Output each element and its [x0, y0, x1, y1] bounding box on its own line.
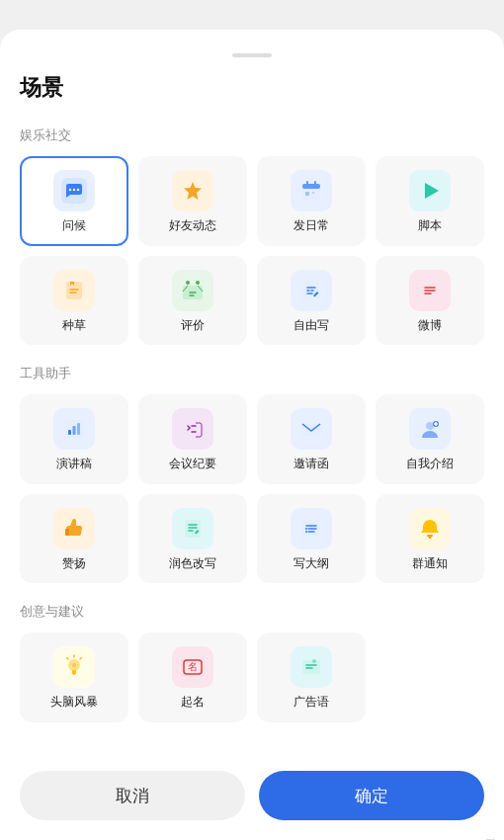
- page-title: 场景: [20, 73, 484, 103]
- svg-text:名: 名: [188, 661, 198, 672]
- icon-daily: [291, 170, 332, 211]
- icon-slogan: [291, 646, 332, 688]
- item-review[interactable]: 评价: [138, 256, 247, 346]
- svg-point-38: [426, 422, 434, 430]
- item-speech-label: 演讲稿: [56, 457, 92, 472]
- item-weibo-label: 微博: [418, 318, 442, 334]
- icon-selfintro: [409, 408, 451, 450]
- svg-rect-34: [184, 421, 198, 437]
- item-daily[interactable]: 发日常: [257, 156, 366, 246]
- grid-creative: 头脑风暴 名 起名: [20, 632, 484, 722]
- confirm-button[interactable]: 确定: [259, 771, 484, 820]
- icon-recommend: [53, 270, 95, 311]
- svg-marker-11: [425, 183, 439, 199]
- section-label-creative: 创意与建议: [20, 603, 484, 621]
- item-praise-label: 赞扬: [62, 556, 86, 572]
- item-naming-label: 起名: [181, 695, 205, 711]
- item-outline-label: 写大纲: [294, 556, 329, 572]
- item-weibo[interactable]: 微博: [376, 256, 484, 346]
- svg-point-2: [73, 189, 75, 191]
- modal-card: 场景 娱乐社交 问候: [0, 30, 504, 840]
- item-rewrite[interactable]: 润色改写: [138, 494, 247, 584]
- drag-indicator: [232, 53, 272, 57]
- section-label-entertainment: 娱乐社交: [20, 126, 484, 144]
- svg-marker-4: [184, 182, 202, 200]
- svg-rect-42: [65, 529, 69, 536]
- svg-point-66: [312, 659, 316, 663]
- icon-review: [172, 270, 213, 311]
- icon-minutes: [172, 408, 213, 450]
- item-script-label: 脚本: [418, 218, 442, 234]
- svg-rect-43: [185, 520, 201, 538]
- svg-point-59: [72, 663, 76, 667]
- svg-rect-10: [312, 192, 314, 194]
- icon-groupnotice: [409, 508, 451, 549]
- item-review-label: 评价: [181, 318, 205, 334]
- item-freewrite-label: 自由写: [294, 318, 329, 334]
- svg-line-58: [67, 658, 69, 660]
- svg-rect-31: [68, 430, 71, 435]
- item-groupnotice-label: 群通知: [412, 556, 448, 572]
- item-slogan[interactable]: 广告语: [257, 632, 366, 722]
- item-invitation-label: 邀请函: [294, 457, 329, 472]
- cancel-button[interactable]: 取消: [20, 771, 245, 820]
- item-brainstorm-label: 头脑风暴: [50, 695, 98, 711]
- svg-rect-32: [73, 426, 76, 435]
- item-groupnotice[interactable]: 群通知: [376, 494, 484, 584]
- svg-rect-9: [305, 192, 309, 196]
- item-minutes-label: 会议纪要: [169, 457, 216, 472]
- svg-point-52: [305, 531, 307, 533]
- grid-tools: 演讲稿 会议纪要: [20, 394, 484, 583]
- svg-line-57: [80, 658, 82, 660]
- section-label-tools: 工具助手: [20, 365, 484, 382]
- bottom-buttons: 取消 确定: [20, 755, 484, 820]
- item-daily-label: 发日常: [294, 218, 329, 234]
- item-brainstorm[interactable]: 头脑风暴: [20, 632, 128, 722]
- svg-point-1: [69, 189, 71, 191]
- item-selfintro-label: 自我介绍: [406, 457, 454, 472]
- item-friends[interactable]: 好友动态: [138, 156, 247, 246]
- icon-greeting: [53, 170, 95, 211]
- item-rewrite-label: 润色改写: [169, 556, 216, 572]
- icon-script: [409, 170, 451, 211]
- svg-point-3: [77, 189, 79, 191]
- svg-rect-63: [302, 660, 320, 674]
- item-speech[interactable]: 演讲稿: [20, 394, 128, 484]
- item-slogan-label: 广告语: [294, 695, 329, 711]
- item-greeting[interactable]: 问候: [20, 156, 128, 246]
- svg-rect-6: [302, 184, 320, 189]
- icon-friends: [172, 170, 213, 211]
- svg-rect-33: [77, 423, 80, 435]
- item-friends-label: 好友动态: [169, 218, 216, 234]
- item-praise[interactable]: 赞扬: [20, 494, 128, 584]
- item-outline[interactable]: 写大纲: [257, 494, 366, 584]
- item-invitation[interactable]: 邀请函: [257, 394, 366, 484]
- item-freewrite[interactable]: 自由写: [257, 256, 366, 346]
- icon-freewrite: [291, 270, 332, 311]
- page-container: 场景 娱乐社交 问候: [0, 0, 504, 840]
- item-naming[interactable]: 名 起名: [138, 632, 247, 722]
- item-script[interactable]: 脚本: [376, 156, 484, 246]
- icon-outline: [291, 508, 332, 549]
- grid-entertainment: 问候 好友动态: [20, 156, 484, 345]
- icon-brainstorm: [53, 646, 95, 688]
- icon-weibo: [409, 270, 451, 311]
- icon-praise: [53, 508, 95, 549]
- icon-invitation: [291, 408, 332, 450]
- item-recommend[interactable]: 种草: [20, 256, 128, 346]
- svg-point-51: [305, 528, 307, 530]
- icon-rewrite: [172, 508, 213, 549]
- icon-speech: [53, 408, 95, 450]
- svg-point-54: [429, 536, 432, 539]
- icon-naming: 名: [172, 646, 213, 688]
- item-recommend-label: 种草: [62, 318, 86, 334]
- item-greeting-label: 问候: [62, 218, 86, 234]
- item-selfintro[interactable]: 自我介绍: [376, 394, 484, 484]
- item-minutes[interactable]: 会议纪要: [138, 394, 247, 484]
- svg-point-17: [196, 281, 200, 285]
- svg-point-16: [186, 281, 190, 285]
